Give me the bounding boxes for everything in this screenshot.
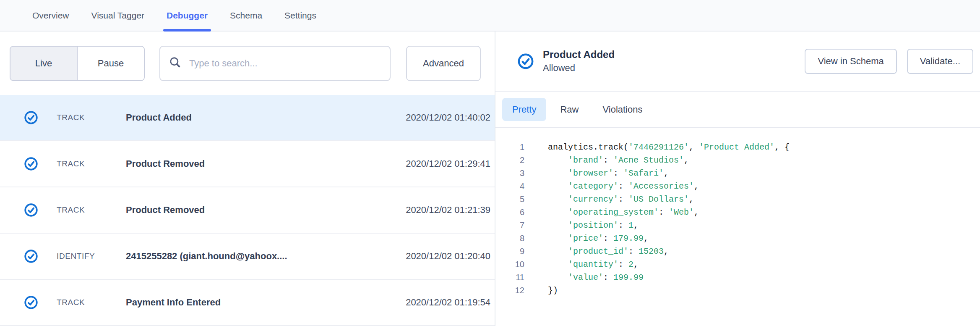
- event-type-label: TRACK: [57, 205, 126, 215]
- code-line: 3 'browser': 'Safari',: [495, 167, 980, 180]
- nav-tab-settings[interactable]: Settings: [284, 0, 317, 31]
- code-text: 'quantity': 2,: [548, 258, 639, 271]
- search-input[interactable]: [189, 58, 381, 69]
- check-circle-icon: [24, 203, 38, 217]
- pause-button[interactable]: Pause: [78, 47, 144, 80]
- detail-header: Product Added Allowed View in Schema Val…: [495, 32, 980, 91]
- event-type-label: TRACK: [57, 113, 126, 122]
- code-text: 'operating_system': 'Web',: [548, 206, 699, 219]
- code-line: 1 analytics.track('7446291126', 'Product…: [495, 141, 980, 154]
- code-text: }): [548, 284, 558, 297]
- event-timestamp: 2020/12/02 01:40:02: [406, 112, 490, 123]
- detail-tab-violations[interactable]: Violations: [592, 98, 652, 121]
- code-text: 'category': 'Accessories',: [548, 180, 699, 193]
- code-line: 7 'position': 1,: [495, 219, 980, 232]
- nav-tab-label: Settings: [284, 11, 316, 21]
- code-line: 12 }): [495, 284, 980, 297]
- main-content: Live Pause Advanced TRACK Prod: [0, 32, 980, 326]
- detail-tab-label: Raw: [560, 104, 579, 115]
- event-row[interactable]: TRACK Product Removed 2020/12/02 01:29:4…: [0, 141, 495, 187]
- view-in-schema-button[interactable]: View in Schema: [805, 49, 897, 74]
- line-number: 8: [495, 232, 524, 245]
- validate-button[interactable]: Validate...: [907, 49, 973, 74]
- nav-tab-schema[interactable]: Schema: [229, 0, 263, 31]
- line-number: 4: [495, 180, 524, 193]
- code-text: 'browser': 'Safari',: [548, 167, 669, 180]
- nav-tab-label: Debugger: [167, 11, 208, 21]
- event-row[interactable]: TRACK Product Removed 2020/12/02 01:21:3…: [0, 187, 495, 234]
- line-number: 2: [495, 154, 524, 167]
- detail-tab-pretty[interactable]: Pretty: [502, 98, 546, 121]
- code-text: analytics.track('7446291126', 'Product A…: [548, 141, 790, 154]
- event-type-label: TRACK: [57, 159, 126, 168]
- live-pause-toggle: Live Pause: [10, 46, 145, 81]
- code-line: 9 'product_id': 15203,: [495, 245, 980, 258]
- code-line: 8 'price': 179.99,: [495, 232, 980, 245]
- event-detail-panel: Product Added Allowed View in Schema Val…: [495, 32, 980, 326]
- code-text: 'currency': 'US Dollars',: [548, 193, 694, 206]
- stream-controls: Live Pause Advanced: [0, 32, 495, 95]
- line-number: 11: [495, 271, 524, 284]
- event-row[interactable]: IDENTIFY 2415255282 (giant.hound@yahoox.…: [0, 234, 495, 280]
- line-number: 5: [495, 193, 524, 206]
- detail-tabs: Pretty Raw Violations: [495, 91, 980, 128]
- detail-header-buttons: View in Schema Validate...: [805, 49, 973, 74]
- event-type-label: TRACK: [57, 298, 126, 307]
- event-type-label: IDENTIFY: [57, 252, 126, 261]
- top-nav: Overview Visual Tagger Debugger Schema S…: [0, 0, 980, 32]
- nav-tab-debugger[interactable]: Debugger: [166, 0, 209, 31]
- advanced-button[interactable]: Advanced: [406, 46, 481, 81]
- nav-tab-visual-tagger[interactable]: Visual Tagger: [91, 0, 145, 31]
- code-text: 'price': 179.99,: [548, 232, 649, 245]
- line-number: 10: [495, 258, 524, 271]
- detail-tab-label: Violations: [602, 104, 642, 115]
- code-line: 10 'quantity': 2,: [495, 258, 980, 271]
- detail-tab-raw[interactable]: Raw: [550, 98, 589, 121]
- code-line: 2 'brand': 'Acne Studios',: [495, 154, 980, 167]
- code-line: 5 'currency': 'US Dollars',: [495, 193, 980, 206]
- code-line: 11 'value': 199.99: [495, 271, 980, 284]
- line-number: 12: [495, 284, 524, 297]
- code-line: 4 'category': 'Accessories',: [495, 180, 980, 193]
- event-title: Product Added: [543, 49, 615, 60]
- line-number: 3: [495, 167, 524, 180]
- event-timestamp: 2020/12/02 01:21:39: [406, 205, 490, 216]
- code-text: 'product_id': 15203,: [548, 245, 669, 258]
- event-row[interactable]: TRACK Product Added 2020/12/02 01:40:02: [0, 95, 495, 141]
- check-circle-icon: [517, 53, 534, 70]
- line-number: 9: [495, 245, 524, 258]
- event-timestamp: 2020/12/02 01:20:40: [406, 251, 490, 262]
- check-circle-icon: [24, 110, 38, 125]
- event-stream-panel: Live Pause Advanced TRACK Prod: [0, 32, 495, 326]
- check-circle-icon: [24, 157, 38, 171]
- event-row[interactable]: TRACK Payment Info Entered 2020/12/02 01…: [0, 280, 495, 326]
- check-circle-icon: [24, 295, 38, 310]
- event-name: Payment Info Entered: [126, 297, 406, 308]
- event-name: 2415255282 (giant.hound@yahoox....: [126, 251, 406, 262]
- detail-header-text: Product Added Allowed: [543, 49, 615, 74]
- search-icon: [169, 56, 182, 71]
- nav-tab-label: Visual Tagger: [91, 11, 144, 21]
- code-line: 6 'operating_system': 'Web',: [495, 206, 980, 219]
- nav-tab-label: Schema: [230, 11, 262, 21]
- check-circle-icon: [24, 249, 38, 263]
- code-viewer: 1 analytics.track('7446291126', 'Product…: [495, 128, 980, 297]
- event-list: TRACK Product Added 2020/12/02 01:40:02 …: [0, 95, 495, 326]
- nav-tab-label: Overview: [32, 11, 69, 21]
- event-timestamp: 2020/12/02 01:29:41: [406, 158, 490, 169]
- event-name: Product Removed: [126, 158, 406, 169]
- event-name: Product Removed: [126, 205, 406, 216]
- code-text: 'brand': 'Acne Studios',: [548, 154, 689, 167]
- detail-tab-label: Pretty: [512, 104, 536, 115]
- line-number: 7: [495, 219, 524, 232]
- code-text: 'value': 199.99: [548, 271, 644, 284]
- line-number: 6: [495, 206, 524, 219]
- line-number: 1: [495, 141, 524, 154]
- search-box: [159, 46, 391, 81]
- status-label: Allowed: [543, 63, 615, 74]
- event-name: Product Added: [126, 112, 406, 123]
- code-text: 'position': 1,: [548, 219, 639, 232]
- nav-tab-overview[interactable]: Overview: [31, 0, 70, 31]
- event-timestamp: 2020/12/02 01:19:54: [406, 297, 490, 308]
- live-button[interactable]: Live: [10, 47, 78, 80]
